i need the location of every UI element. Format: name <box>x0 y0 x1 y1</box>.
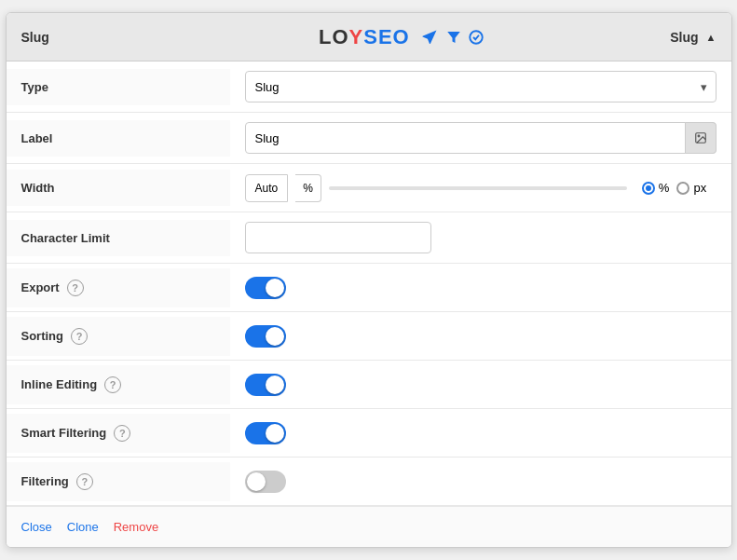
sorting-toggle-knob <box>266 327 284 346</box>
char-limit-row: Character Limit <box>7 212 731 264</box>
remove-button[interactable]: Remove <box>114 518 158 536</box>
smart-filtering-label-cell: Smart Filtering ? <box>7 414 230 453</box>
label-input-wrapper <box>245 122 717 154</box>
logo-loy: LO <box>319 25 349 48</box>
logo-icons <box>419 28 485 47</box>
filtering-value-cell <box>230 461 731 502</box>
type-label: Type <box>21 80 48 94</box>
smart-filtering-value-cell <box>230 413 731 454</box>
smart-filtering-toggle-knob <box>266 424 284 443</box>
header-slug-left: Slug <box>21 30 133 45</box>
char-limit-value-cell <box>230 212 731 263</box>
inline-editing-row: Inline Editing ? <box>7 361 731 409</box>
type-value-cell: Slug Text Number Date <box>230 61 731 112</box>
inline-editing-label: Inline Editing <box>21 377 98 391</box>
width-label: Width <box>21 181 55 195</box>
width-slider[interactable] <box>329 186 627 190</box>
export-label: Export <box>21 280 60 294</box>
header-slug-right: Slug <box>670 30 698 45</box>
width-row: Width Auto % % px <box>7 164 731 212</box>
filtering-help-icon[interactable]: ? <box>76 473 93 490</box>
logo-y: Y <box>349 25 364 48</box>
label-icon-button[interactable] <box>685 122 717 154</box>
export-row: Export ? <box>7 264 731 312</box>
export-toggle-knob <box>266 279 284 297</box>
sorting-label: Sorting <box>21 329 64 343</box>
filter-icon <box>445 29 462 46</box>
inline-editing-value-cell <box>230 364 731 405</box>
label-row: Label <box>7 113 731 164</box>
sorting-label-cell: Sorting ? <box>7 317 230 356</box>
smart-filtering-help-icon[interactable]: ? <box>114 425 130 442</box>
width-controls: Auto % % px <box>245 174 717 202</box>
type-row: Type Slug Text Number Date <box>7 61 731 113</box>
inline-editing-toggle-knob <box>266 376 284 394</box>
width-label-cell: Width <box>7 170 230 206</box>
close-button[interactable]: Close <box>21 518 52 536</box>
inline-editing-label-cell: Inline Editing ? <box>7 365 230 404</box>
svg-point-2 <box>698 135 700 137</box>
inline-editing-help-icon[interactable]: ? <box>104 376 121 393</box>
modal-footer: Close Clone Remove <box>7 506 731 547</box>
char-limit-input[interactable] <box>245 222 431 253</box>
type-select-wrapper: Slug Text Number Date <box>245 71 717 102</box>
clone-button[interactable]: Clone <box>67 518 99 536</box>
radio-px-indicator <box>676 182 689 195</box>
modal-header: Slug LOYSEO Slug <box>7 13 731 61</box>
smart-filtering-toggle[interactable] <box>245 422 286 444</box>
radio-group: % px <box>642 181 706 195</box>
header-arrow: ▲ <box>706 32 717 43</box>
header-right: Slug ▲ <box>670 30 716 45</box>
char-limit-label: Character Limit <box>21 231 110 245</box>
sorting-row: Sorting ? <box>7 312 731 361</box>
radio-percent-text: % <box>659 181 670 195</box>
width-value-cell: Auto % % px <box>230 165 731 212</box>
type-label-cell: Type <box>7 69 230 105</box>
radio-percent-indicator <box>642 182 655 195</box>
filtering-row: Filtering ? <box>7 458 731 506</box>
logo: LOYSEO <box>319 25 410 49</box>
label-label: Label <box>21 131 53 145</box>
filtering-toggle-knob <box>247 472 266 491</box>
label-value-cell <box>230 113 731 163</box>
modal-container: Slug LOYSEO Slug <box>6 12 732 548</box>
radio-px-label[interactable]: px <box>676 181 706 195</box>
type-select[interactable]: Slug Text Number Date <box>245 71 717 102</box>
width-auto-button[interactable]: Auto <box>245 174 289 202</box>
header-center: LOYSEO <box>319 25 485 49</box>
plane-icon <box>419 28 440 47</box>
inline-editing-toggle[interactable] <box>245 374 286 396</box>
export-label-cell: Export ? <box>7 268 230 307</box>
sorting-value-cell <box>230 316 731 357</box>
smart-filtering-row: Smart Filtering ? <box>7 409 731 458</box>
check-icon <box>468 29 485 46</box>
sorting-toggle[interactable] <box>245 325 286 348</box>
width-percent-button[interactable]: % <box>295 174 321 202</box>
label-input[interactable] <box>245 122 717 154</box>
sorting-help-icon[interactable]: ? <box>71 328 88 345</box>
radio-px-text: px <box>693 181 706 195</box>
image-icon <box>694 131 707 144</box>
smart-filtering-label: Smart Filtering <box>21 426 107 440</box>
char-limit-label-cell: Character Limit <box>7 220 230 256</box>
filtering-label-cell: Filtering ? <box>7 462 230 501</box>
export-help-icon[interactable]: ? <box>67 280 84 296</box>
label-label-cell: Label <box>7 120 230 157</box>
export-toggle[interactable] <box>245 277 286 299</box>
export-value-cell <box>230 267 731 308</box>
filtering-label: Filtering <box>21 474 69 488</box>
logo-seo: SEO <box>363 25 409 48</box>
filtering-toggle[interactable] <box>245 471 286 493</box>
radio-percent-label[interactable]: % <box>642 181 670 195</box>
